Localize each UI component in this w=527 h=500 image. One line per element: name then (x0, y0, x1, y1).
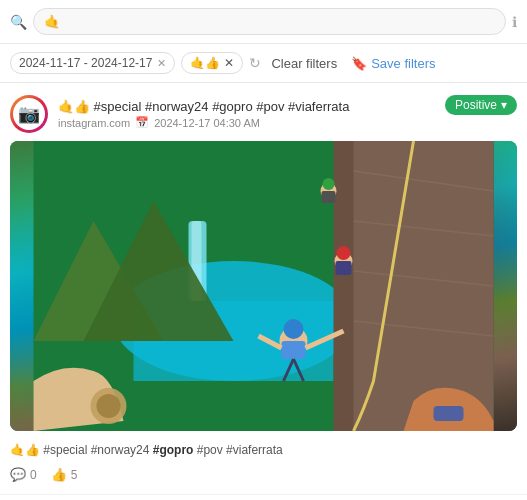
comment-stat[interactable]: 💬 0 (10, 467, 37, 482)
clear-filters-button[interactable]: Clear filters (267, 54, 341, 73)
comment-icon: 💬 (10, 467, 26, 482)
refresh-icon[interactable]: ↻ (249, 55, 261, 71)
post-image-overlay (10, 141, 517, 431)
svg-rect-15 (282, 341, 306, 359)
save-filters-button[interactable]: 🔖 Save filters (347, 54, 439, 73)
sentiment-badge[interactable]: Positive ▾ (445, 95, 517, 115)
calendar-icon: 📅 (135, 116, 149, 129)
post-footer: 💬 0 👍 5 (10, 467, 517, 482)
post-image (10, 141, 517, 431)
post-meta: 🤙👍 #special #norway24 #gopro #pov #viafe… (58, 99, 349, 129)
svg-point-27 (97, 394, 121, 418)
emoji-filter-chip[interactable]: 🤙👍 ✕ (181, 52, 243, 74)
date-range-close-icon[interactable]: ✕ (157, 57, 166, 70)
post-date: 2024-12-17 04:30 AM (154, 117, 260, 129)
cliff-scene (10, 141, 517, 431)
save-filters-label: Save filters (371, 56, 435, 71)
search-icon: 🔍 (10, 14, 27, 30)
svg-point-24 (323, 178, 335, 190)
post-tags-emoji: 🤙👍 #special #norway24 (10, 443, 153, 457)
sentiment-label: Positive (455, 98, 497, 112)
post-source: instagram.com 📅 2024-12-17 04:30 AM (58, 116, 349, 129)
post-title: 🤙👍 #special #norway24 #gopro #pov #viafe… (58, 99, 349, 114)
avatar: 📷 (10, 95, 48, 133)
svg-rect-22 (336, 261, 352, 275)
info-icon[interactable]: ℹ (512, 14, 517, 30)
filter-bar: 2024-11-17 - 2024-12-17 ✕ 🤙👍 ✕ ↻ Clear f… (0, 44, 527, 83)
bookmark-icon: 🔖 (351, 56, 367, 71)
comments-count: 0 (30, 468, 37, 482)
svg-rect-8 (354, 141, 494, 431)
post-tags: 🤙👍 #special #norway24 #gopro #pov #viafe… (10, 441, 517, 459)
date-range-chip[interactable]: 2024-11-17 - 2024-12-17 ✕ (10, 52, 175, 74)
likes-count: 5 (71, 468, 78, 482)
post-header-left: 📷 🤙👍 #special #norway24 #gopro #pov #via… (10, 95, 349, 133)
svg-point-21 (337, 246, 351, 260)
search-bar: 🔍 ℹ (0, 0, 527, 44)
svg-point-14 (284, 319, 304, 339)
emoji-filter-label: 🤙👍 (190, 56, 220, 70)
svg-rect-28 (434, 406, 464, 421)
post-header: 📷 🤙👍 #special #norway24 #gopro #pov #via… (10, 95, 517, 133)
post-card: 📷 🤙👍 #special #norway24 #gopro #pov #via… (0, 83, 527, 495)
source-name: instagram.com (58, 117, 130, 129)
instagram-icon: 📷 (18, 103, 40, 125)
emoji-filter-close-icon[interactable]: ✕ (224, 56, 234, 70)
bold-hashtag: #gopro (153, 443, 194, 457)
chevron-down-icon: ▾ (501, 98, 507, 112)
post-tags-rest: #pov #viaferrata (193, 443, 282, 457)
date-range-label: 2024-11-17 - 2024-12-17 (19, 56, 152, 70)
scene-svg (10, 141, 517, 431)
like-icon: 👍 (51, 467, 67, 482)
svg-rect-25 (322, 191, 336, 203)
search-input[interactable] (33, 8, 506, 35)
like-stat[interactable]: 👍 5 (51, 467, 78, 482)
